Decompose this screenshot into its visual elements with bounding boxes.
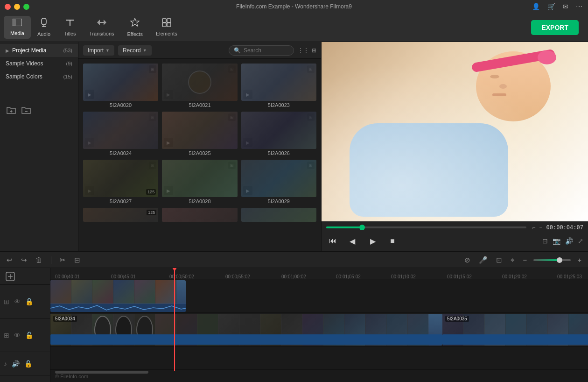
remove-folder-button[interactable]	[21, 106, 31, 117]
record-button[interactable]: Record ▼	[118, 45, 152, 56]
nav-transitions[interactable]: Transitions	[83, 15, 120, 39]
track-2-eye-icon[interactable]: 👁	[14, 332, 21, 339]
cut-button[interactable]: ✂	[58, 255, 68, 265]
ruler-mark-7: 00:01:15:02	[447, 274, 472, 279]
baby-bow	[538, 50, 556, 64]
effects-icon	[130, 18, 140, 29]
add-folder-button[interactable]	[7, 106, 16, 117]
track-1-lock-icon[interactable]: 🔓	[25, 298, 33, 305]
filter-icon[interactable]: ⋮⋮	[298, 47, 309, 54]
audio-volume-icon[interactable]: 🔊	[12, 360, 20, 368]
delete-button[interactable]: 🗑	[34, 255, 44, 265]
playback-buttons: ⏮ ◀ ▶ ■	[326, 233, 399, 248]
voiceover-button[interactable]: 🎤	[477, 255, 490, 265]
elements-icon	[162, 18, 171, 29]
zoom-in-button[interactable]: +	[575, 255, 583, 265]
nav-elements[interactable]: Elements	[149, 15, 184, 39]
settings-icon[interactable]: ⋯	[576, 3, 582, 10]
media-item-7[interactable]: ⊞ ▶ 5I2A0028	[162, 160, 237, 204]
import-button[interactable]: Import ▼	[83, 45, 114, 56]
cart-icon[interactable]: 🛒	[547, 3, 555, 10]
video-clip-2[interactable]: 5I2A0034	[50, 314, 442, 346]
add-track-button[interactable]	[0, 268, 50, 285]
snapshot-icon[interactable]: 📷	[553, 237, 560, 245]
volume-icon[interactable]: 🔊	[565, 237, 573, 245]
maximize-button[interactable]	[23, 4, 29, 10]
window-controls	[5, 4, 29, 10]
media-item-4[interactable]: ⊞ ▶ 5I2A0025	[162, 112, 237, 156]
detach-audio-button[interactable]: ⊘	[462, 255, 472, 265]
progress-bar[interactable]	[326, 226, 526, 228]
zoom-slider[interactable]	[533, 259, 571, 261]
media-item-8[interactable]: ⊞ ▶ 5I2A0029	[241, 160, 316, 204]
grid-view-icon[interactable]: ⊞	[312, 47, 316, 54]
color-correction-button[interactable]: ⊟	[72, 255, 82, 265]
track-2-lock-icon[interactable]: 🔓	[25, 332, 33, 339]
auto-sync-button[interactable]: ⌖	[509, 255, 516, 265]
media-item-2[interactable]: ⊞ ▶ 5I2A0023	[241, 64, 316, 108]
profile-icon[interactable]: 👤	[532, 3, 540, 10]
audio-lock-icon[interactable]: 🔓	[24, 360, 32, 368]
svg-rect-1	[13, 19, 16, 26]
bracket-close-icon: ¬	[539, 224, 543, 231]
progress-fill	[326, 226, 362, 228]
undo-button[interactable]: ↩	[5, 255, 14, 265]
nav-media[interactable]: Media	[4, 16, 31, 39]
sidebar-item-sample-videos[interactable]: Sample Videos (9)	[0, 57, 78, 70]
media-item-label-2: 5I2A0023	[241, 102, 316, 108]
zoom-slider-container	[533, 259, 571, 261]
media-item-label-1: 5I2A0021	[162, 102, 237, 108]
sidebar-item-project-media[interactable]: ▶ Project Media (53)	[0, 44, 78, 57]
sidebar-project-media-label: Project Media	[12, 47, 46, 54]
track-1-eye-icon[interactable]: 👁	[14, 298, 21, 305]
audio-music-icon[interactable]: ♪	[4, 360, 7, 368]
toolbar-separator	[51, 256, 51, 264]
export-button[interactable]: EXPORT	[531, 20, 579, 35]
video-clip-1[interactable]	[50, 280, 186, 312]
redo-button[interactable]: ↪	[19, 255, 29, 265]
snapshot-tl-button[interactable]: ⊡	[494, 255, 504, 265]
minimize-button[interactable]	[14, 4, 20, 10]
nav-titles[interactable]: Titles	[57, 15, 83, 39]
media-item-6[interactable]: ⊞ ▶ 125 5I2A0027	[83, 160, 158, 204]
ruler-mark-1: 00:00:45:01	[111, 274, 136, 279]
sidebar-sample-colors-label: Sample Colors	[6, 73, 42, 80]
svg-rect-10	[162, 23, 166, 27]
playback-controls: ⏮ ◀ ▶ ■ ⊡ 📷 🔊 ⤢	[326, 233, 583, 248]
video-clip-3[interactable]: 5I2A0035	[442, 314, 588, 346]
stop-button[interactable]: ■	[386, 234, 399, 248]
pip-icon[interactable]: ⊡	[542, 237, 548, 245]
search-input[interactable]	[244, 47, 290, 54]
media-toolbar: Import ▼ Record ▼ 🔍 ⋮⋮ ⊞	[78, 42, 321, 59]
track-1-grid-icon[interactable]: ⊞	[4, 298, 9, 305]
track-2-grid-icon[interactable]: ⊞	[4, 332, 9, 339]
timeline-scrollbar[interactable]	[50, 370, 588, 374]
play-button[interactable]: ▶	[365, 233, 380, 248]
reverse-play-button[interactable]: ◀	[345, 233, 360, 248]
close-button[interactable]	[5, 4, 11, 10]
timeline: ↩ ↪ 🗑 ✂ ⊟ ⊘ 🎤 ⊡ ⌖ − +	[0, 251, 588, 382]
mail-icon[interactable]: ✉	[563, 3, 568, 10]
svg-rect-8	[162, 19, 166, 22]
timeline-toolbar: ↩ ↪ 🗑 ✂ ⊟ ⊘ 🎤 ⊡ ⌖ − +	[0, 252, 588, 268]
media-item-3[interactable]: ⊞ ▶ 5I2A0024	[83, 112, 158, 156]
nav-effects[interactable]: Effects	[121, 15, 149, 40]
zoom-slider-handle[interactable]	[557, 257, 562, 263]
fullscreen-icon[interactable]: ⤢	[578, 237, 583, 245]
ruler-mark-4: 00:01:00:02	[281, 274, 306, 279]
media-item-1[interactable]: ⊞ ▶ 5I2A0021	[162, 64, 237, 108]
step-back-button[interactable]: ⏮	[326, 234, 339, 248]
media-item-11[interactable]	[241, 208, 316, 222]
media-item-10[interactable]	[162, 208, 237, 222]
media-item-9[interactable]: 125	[83, 208, 158, 222]
right-controls: ⊡ 📷 🔊 ⤢	[542, 237, 583, 245]
nav-media-label: Media	[10, 30, 24, 36]
media-item-5[interactable]: ⊞ ▶ 5I2A0026	[241, 112, 316, 156]
nav-audio[interactable]: Audio	[31, 15, 57, 40]
sidebar-sample-videos-count: (9)	[66, 61, 72, 66]
zoom-out-button[interactable]: −	[521, 255, 529, 265]
sidebar-item-sample-colors[interactable]: Sample Colors (15)	[0, 70, 78, 83]
media-item-0[interactable]: ⊞ ▶ 5I2A0020	[83, 64, 158, 108]
baby-body	[350, 123, 508, 217]
video-track-2: 5I2A0034	[50, 313, 588, 347]
